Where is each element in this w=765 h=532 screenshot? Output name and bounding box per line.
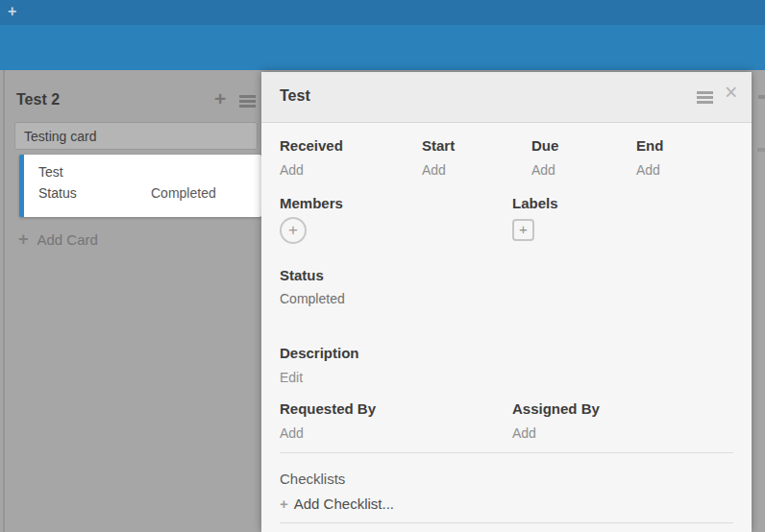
add-checklist-label: Add Checklist... [294,496,394,512]
card-field-label: Status [38,185,151,201]
received-label: Received [280,137,422,155]
members-labels-row: Members + Labels + [280,195,733,244]
description-section: Description Edit [280,345,733,386]
assigned-by-label: Assigned By [512,400,600,418]
board-header-bar [0,25,765,72]
due-label: Due [531,137,636,155]
card-menu-icon[interactable] [697,91,713,103]
add-checklist-button[interactable]: +Add Checklist... [280,496,733,513]
new-card-input[interactable] [14,122,258,150]
add-label-button[interactable]: + [512,219,534,241]
status-section: Status Completed [280,267,733,307]
due-add-link[interactable]: Add [531,162,636,179]
members-label: Members [280,195,512,212]
add-card-button[interactable]: +Add Card [18,230,98,250]
card-detail-panel: Test × Received Add Start Add Due Add En… [261,72,752,532]
end-label: End [636,137,663,155]
plus-icon: + [18,230,29,249]
requested-by-add-link[interactable]: Add [280,425,512,442]
list-title: Test 2 [16,91,60,109]
description-label: Description [280,345,733,362]
add-card-label: Add Card [37,231,98,248]
offscreen-list-fragment [758,95,765,99]
received-add-link[interactable]: Add [280,162,422,179]
requested-assigned-row: Requested By Add Assigned By Add [280,400,733,442]
list-add-icon[interactable]: + [214,87,226,110]
close-icon[interactable]: × [725,80,737,106]
divider [280,522,733,523]
checklists-label: Checklists [280,471,733,488]
card-detail-header: Test × [261,72,752,123]
dates-row: Received Add Start Add Due Add End Add [280,137,733,179]
list-test-2: Test 2 + Test Status Completed +Add Card [0,70,261,532]
offscreen-list-fragment [757,148,765,152]
plus-icon: + [288,221,298,239]
end-add-link[interactable]: Add [636,162,663,179]
assigned-by-add-link[interactable]: Add [512,425,600,442]
card-test[interactable]: Test Status Completed [19,155,261,217]
add-member-button[interactable]: + [280,217,307,244]
start-add-link[interactable]: Add [422,162,531,179]
labels-label: Labels [512,195,558,212]
add-board-icon[interactable]: + [8,3,16,20]
card-field-value: Completed [151,185,216,201]
status-label: Status [280,267,733,284]
app-header-bar: + [0,0,765,25]
plus-icon: + [280,496,288,512]
plus-icon: + [519,221,528,237]
list-menu-icon[interactable] [239,95,256,107]
card-detail-body: Received Add Start Add Due Add End Add M… [280,123,733,523]
divider [280,452,733,453]
card-detail-title: Test [280,87,310,105]
status-value: Completed [280,291,733,307]
requested-by-label: Requested By [280,400,512,418]
card-title: Test [38,164,261,180]
start-label: Start [422,137,531,155]
description-edit-link[interactable]: Edit [280,370,733,386]
